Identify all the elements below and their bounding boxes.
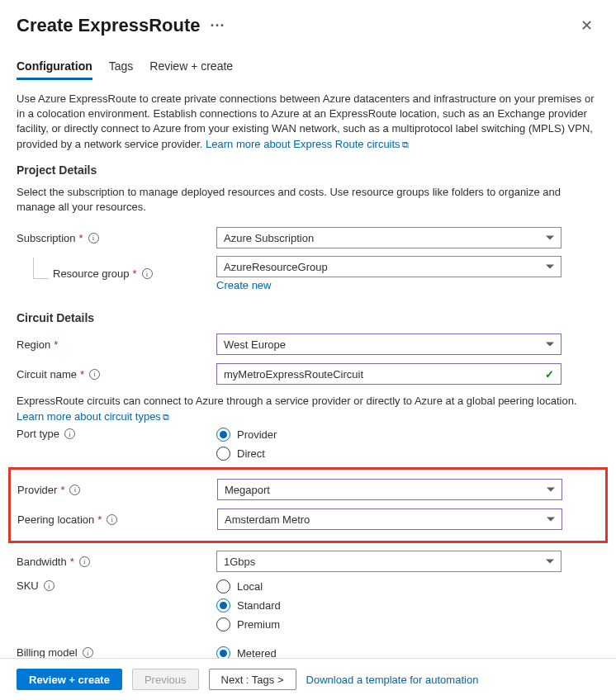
tabs: Configuration Tags Review + create xyxy=(17,54,599,80)
sku-local-radio[interactable]: Local xyxy=(216,579,599,594)
close-icon[interactable]: ✕ xyxy=(574,13,599,38)
chevron-down-icon xyxy=(547,518,555,522)
highlighted-section: Provider* i Megaport Peering location* i… xyxy=(8,467,608,543)
tab-configuration[interactable]: Configuration xyxy=(17,54,92,80)
circuit-details-heading: Circuit Details xyxy=(17,311,599,324)
check-icon: ✓ xyxy=(545,368,554,381)
provider-label: Provider* i xyxy=(17,484,217,496)
info-icon[interactable]: i xyxy=(69,485,80,495)
previous-button: Previous xyxy=(132,669,199,690)
port-type-label: Port type i xyxy=(17,428,216,440)
chevron-down-icon xyxy=(546,236,554,240)
external-link-icon: ⧉ xyxy=(402,139,409,151)
info-icon[interactable]: i xyxy=(64,428,75,439)
bandwidth-select[interactable]: 1Gbps xyxy=(216,551,562,572)
info-icon[interactable]: i xyxy=(44,580,54,591)
chevron-down-icon xyxy=(546,265,554,269)
info-icon[interactable]: i xyxy=(79,556,90,567)
review-create-button[interactable]: Review + create xyxy=(17,669,122,690)
tab-tags[interactable]: Tags xyxy=(109,54,134,80)
peering-location-select[interactable]: Amsterdam Metro xyxy=(217,508,562,530)
sku-label: SKU i xyxy=(17,579,216,592)
chevron-down-icon xyxy=(546,343,554,347)
page-title: Create ExpressRoute xyxy=(17,15,201,36)
more-icon[interactable]: ··· xyxy=(211,17,225,35)
chevron-down-icon xyxy=(546,560,554,564)
port-type-direct-radio[interactable]: Direct xyxy=(216,447,599,461)
circuit-name-label: Circuit name* i xyxy=(17,368,216,381)
provider-select[interactable]: Megaport xyxy=(217,479,562,500)
learn-more-circuit-types-link[interactable]: Learn more about circuit types⧉ xyxy=(17,410,169,423)
intro-text: Use Azure ExpressRoute to create private… xyxy=(17,92,599,152)
project-details-desc: Select the subscription to manage deploy… xyxy=(17,185,599,215)
bandwidth-label: Bandwidth* i xyxy=(17,556,216,568)
create-new-rg-link[interactable]: Create new xyxy=(216,279,271,291)
info-icon[interactable]: i xyxy=(83,647,93,658)
info-icon[interactable]: i xyxy=(107,514,117,525)
external-link-icon: ⧉ xyxy=(163,412,169,423)
circuit-desc: ExpressRoute circuits can connect to Azu… xyxy=(17,394,599,409)
next-button[interactable]: Next : Tags > xyxy=(209,669,296,690)
learn-more-circuits-link[interactable]: Learn more about Express Route circuits⧉ xyxy=(206,138,409,150)
resource-group-select[interactable]: AzureResourceGroup xyxy=(216,256,562,277)
region-label: Region* xyxy=(17,338,216,351)
sku-premium-radio[interactable]: Premium xyxy=(216,617,599,631)
tab-review[interactable]: Review + create xyxy=(149,54,233,80)
footer: Review + create Previous Next : Tags > D… xyxy=(0,658,616,700)
project-details-heading: Project Details xyxy=(17,163,599,177)
subscription-label: Subscription* i xyxy=(17,232,216,244)
info-icon[interactable]: i xyxy=(88,233,99,244)
resource-group-label: Resource group* i xyxy=(17,267,216,280)
info-icon[interactable]: i xyxy=(142,268,153,279)
sku-standard-radio[interactable]: Standard xyxy=(216,598,599,612)
download-template-link[interactable]: Download a template for automation xyxy=(306,674,479,686)
info-icon[interactable]: i xyxy=(89,369,100,380)
peering-location-label: Peering location* i xyxy=(17,513,217,526)
chevron-down-icon xyxy=(547,488,555,492)
port-type-provider-radio[interactable]: Provider xyxy=(216,428,599,442)
subscription-select[interactable]: Azure Subscription xyxy=(216,227,562,248)
circuit-name-input[interactable]: myMetroExpressRouteCircuit ✓ xyxy=(216,363,562,385)
region-select[interactable]: West Europe xyxy=(216,333,562,355)
